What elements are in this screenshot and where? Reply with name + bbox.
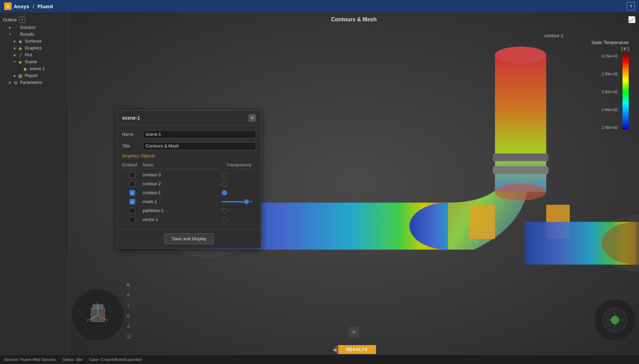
sidebar-item-plot[interactable]: ▶ ╱ Plot [0, 52, 68, 58]
title-input[interactable] [143, 142, 256, 150]
col-name-header: Name [143, 163, 222, 167]
brand-name: Ansys [14, 3, 29, 9]
separator: / [33, 3, 34, 9]
dialog-body: Name Title Graphics Objects Enabled Name… [117, 125, 261, 229]
colorbar-val-3: 2.66e+02 [602, 108, 618, 112]
graphics-row-vector1: vector-1 [122, 215, 256, 224]
outline-label: Outline [3, 17, 17, 22]
name-cell-contour2: contour-2 [143, 181, 222, 186]
app-logo: A Ansys / Fluent [4, 2, 53, 10]
arrow-icon: ▶ [12, 46, 17, 50]
arrow-icon: ▶ [12, 40, 17, 43]
svg-text:z: z [97, 301, 98, 305]
sidebar-label: Parameters [20, 80, 42, 85]
enabled-cell-contour3 [122, 172, 143, 178]
results-arrow[interactable]: ◀ [332, 345, 338, 354]
name-cell-contour3: contour-3 [143, 173, 222, 177]
sidebar-item-solution[interactable]: ▶ Solution [0, 24, 68, 31]
move-icon[interactable]: ✛ [124, 290, 133, 299]
checkbox-contour1[interactable] [130, 190, 135, 196]
colorbar-val-1: 2.99e+02 [602, 72, 618, 76]
sidebar-item-graphics[interactable]: ▶ ◆ Graphics [0, 45, 68, 52]
filter-icon[interactable]: ⊿ [124, 321, 133, 330]
title-row: Title [122, 142, 256, 150]
colorbar-labels: 3.15e+02 2.99e+02 2.82e+02 2.66e+02 2.50… [602, 54, 618, 130]
sidebar-label: Plot [25, 53, 32, 57]
graphics-row-contour3: contour-3 [122, 170, 256, 179]
enabled-cell-mesh1 [122, 199, 143, 205]
solution-icon [12, 25, 19, 30]
name-input[interactable] [143, 130, 256, 139]
sidebar-item-report[interactable]: ▶ ▦ Report [0, 72, 68, 79]
checkbox-mesh1[interactable] [130, 199, 135, 205]
graphics-row-pathlines1: pathlines-1 [122, 206, 256, 215]
trans-cell-vector1 [222, 217, 256, 222]
name-cell-vector1: vector-1 [143, 217, 222, 222]
globe-icon[interactable]: ⊕ [124, 280, 133, 289]
trans-circle-contour3[interactable] [222, 172, 227, 178]
report-icon: ▦ [17, 73, 23, 78]
help-button[interactable]: ? [627, 2, 635, 10]
sidebar-header: Outline + [0, 15, 68, 24]
enabled-cell-pathlines1 [122, 208, 143, 213]
sidebar-item-scene[interactable]: ▼ ◆ Scene [0, 58, 68, 65]
table-header: Enabled Name Transparency [122, 161, 256, 169]
graphics-row-contour1: contour-1 [122, 188, 256, 197]
sidebar-item-results[interactable]: ▼ Results [0, 31, 68, 38]
trans-cell-contour3 [222, 172, 256, 178]
arrow-icon: ▶ [8, 26, 12, 29]
colorbar-val-2: 2.82e+02 [602, 90, 618, 94]
sidebar-item-parameters[interactable]: ▶ ⊞ Parameters [0, 79, 68, 86]
topbar: A Ansys / Fluent ? [0, 0, 639, 12]
trans-circle-vector1[interactable] [222, 217, 227, 222]
statusbar: Session: Fluent Web Session Status: Idle… [0, 354, 639, 364]
graphics-row-contour2: contour-2 [122, 179, 256, 188]
bottom-toolbar: ≡ [349, 327, 359, 337]
dialog-close-button[interactable]: ✕ [249, 114, 256, 122]
svg-rect-10 [493, 166, 549, 174]
sidebar-label: Scene [25, 59, 37, 64]
checkbox-pathlines1[interactable] [130, 208, 135, 213]
nav-widget-left: x y z [72, 289, 124, 341]
save-display-button[interactable]: Save and Display [164, 233, 213, 244]
sidebar-label: Surfaces [25, 39, 42, 44]
zoom-icon[interactable]: ⊖ [124, 311, 133, 320]
sidebar-item-surfaces[interactable]: ▶ ◆ Surfaces [0, 38, 68, 45]
trans-cell-mesh1 [222, 199, 256, 205]
trans-slider-mesh1[interactable] [222, 199, 253, 205]
sidebar: Outline + ▶ Solution ▼ Results ▶ ◆ Surfa… [0, 12, 69, 354]
chart-icon[interactable]: 📈 [628, 16, 636, 23]
trans-circle-pathlines1[interactable] [222, 208, 227, 213]
view-tools [601, 306, 629, 334]
dialog-title: scene-1 [122, 115, 140, 121]
name-cell-mesh1: mesh-1 [143, 199, 222, 204]
arrow-icon: ▶ [12, 53, 17, 57]
idle-status: Status: Idle [63, 357, 82, 362]
trans-cell-contour2 [222, 181, 256, 187]
axis-icon[interactable]: ⟟ [124, 301, 133, 310]
checkbox-contour3[interactable] [130, 172, 135, 178]
axis-gizmo: x y z [81, 298, 115, 332]
dialog-footer: Save and Display [117, 229, 261, 248]
enabled-cell-vector1 [122, 217, 143, 222]
copy-icon[interactable]: ❑ [124, 332, 133, 341]
menu-icon[interactable]: ≡ [349, 327, 359, 337]
sidebar-item-scene1[interactable]: ◆ scene-1 [0, 65, 68, 72]
colorbar-row: 3.15e+02 2.99e+02 2.82e+02 2.66e+02 2.50… [602, 54, 629, 130]
checkbox-vector1[interactable] [130, 217, 135, 222]
nav-widget-right [594, 299, 636, 341]
viewport: Contours & Mesh [69, 12, 639, 354]
title-label: Title [122, 144, 143, 148]
add-button[interactable]: + [19, 16, 25, 23]
arrow-icon: ▼ [8, 33, 12, 36]
sidebar-label: Results [20, 32, 34, 37]
trans-circle-contour2[interactable] [222, 181, 227, 187]
results-label[interactable]: RESULTS [338, 345, 376, 354]
name-label: Name [122, 132, 143, 137]
case-status: Case: C:/work/fluent/t-junction [89, 357, 142, 362]
parameters-icon: ⊞ [12, 80, 19, 85]
section-label: Graphics Objects [122, 154, 256, 158]
sidebar-label: Report [25, 73, 38, 78]
checkbox-contour2[interactable] [130, 181, 135, 187]
trans-circle-contour1[interactable] [222, 190, 227, 196]
